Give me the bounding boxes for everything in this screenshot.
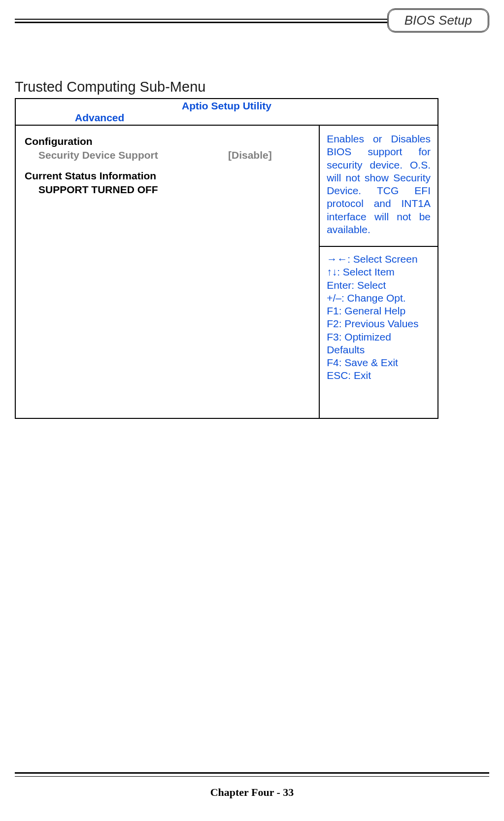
- bios-right-pane: Enables or Disables BIOS support for sec…: [320, 126, 437, 418]
- footer-rule: [15, 772, 489, 777]
- item-label: Security Device Support: [38, 149, 228, 161]
- item-value: [Disable]: [228, 149, 272, 161]
- page-content: Trusted Computing Sub-Menu Aptio Setup U…: [15, 79, 489, 419]
- key-hint: →←: Select Screen: [327, 253, 431, 266]
- help-text: Enables or Disables BIOS support for sec…: [320, 126, 437, 247]
- page-header: BIOS Setup: [15, 17, 489, 23]
- key-hint: ESC: Exit: [327, 369, 431, 382]
- section-title: Trusted Computing Sub-Menu: [15, 79, 489, 95]
- key-hint: F4: Save & Exit: [327, 356, 431, 369]
- key-hint: F2: Previous Values: [327, 317, 431, 330]
- bios-body: Configuration Security Device Support [D…: [16, 125, 437, 418]
- status-value: SUPPORT TURNED OFF: [25, 184, 314, 196]
- bios-tab-advanced: Advanced: [16, 112, 437, 125]
- bios-left-pane: Configuration Security Device Support [D…: [16, 126, 320, 418]
- key-hint: ↑↓: Select Item: [327, 266, 431, 278]
- bios-table: Aptio Setup Utility Advanced Configurati…: [15, 98, 438, 419]
- security-device-support-item[interactable]: Security Device Support [Disable]: [25, 149, 314, 161]
- key-hint: F3: Optimized Defaults: [327, 331, 431, 357]
- bios-utility-title: Aptio Setup Utility: [16, 99, 437, 112]
- key-hint: +/–: Change Opt.: [327, 292, 431, 305]
- header-badge: BIOS Setup: [387, 8, 489, 33]
- keys-box: →←: Select Screen ↑↓: Select Item Enter:…: [320, 247, 437, 418]
- key-hint: F1: General Help: [327, 305, 431, 317]
- status-heading: Current Status Information: [25, 170, 314, 182]
- key-hint: Enter: Select: [327, 279, 431, 292]
- footer-text: Chapter Four - 33: [0, 786, 504, 799]
- configuration-heading: Configuration: [25, 136, 314, 147]
